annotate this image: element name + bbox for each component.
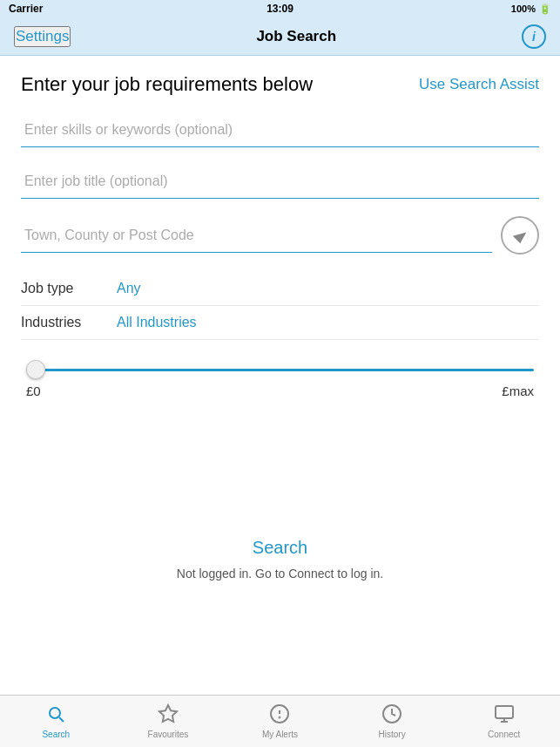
connect-tab-icon [494,703,515,728]
salary-min-label: £0 [26,384,41,398]
job-type-label: Job type [21,281,117,296]
slider-labels: £0 £max [26,384,534,398]
status-bar: Carrier 13:09 100% 🔋 [0,0,560,17]
page-heading: Enter your job requirements below [21,73,313,96]
svg-point-5 [280,717,280,718]
search-tab-icon [45,703,66,728]
history-tab-icon [381,703,402,728]
settings-button[interactable]: Settings [14,26,71,47]
favourites-tab-label: Favourites [148,730,189,739]
search-button[interactable]: Search [253,538,307,558]
svg-rect-7 [496,706,513,718]
job-type-value: Any [117,281,141,296]
history-tab-label: History [379,730,406,739]
battery-info: 100% 🔋 [511,3,551,15]
not-logged-text: Not logged in. Go to Connect to log in. [21,567,539,581]
location-input[interactable] [21,219,492,253]
svg-point-0 [50,708,60,718]
search-tab-label: Search [42,730,70,739]
nav-title: Job Search [256,28,336,45]
job-title-input[interactable] [21,165,539,199]
my-alerts-tab-label: My Alerts [262,730,298,739]
salary-slider-container: £0 £max [21,361,539,398]
industries-row[interactable]: Industries All Industries [21,306,539,340]
location-arrow-icon [513,227,529,243]
time-text: 13:09 [267,3,293,15]
tab-connect[interactable]: Connect [448,696,560,747]
job-type-row[interactable]: Job type Any [21,272,539,306]
page-header: Enter your job requirements below Use Se… [21,73,539,96]
skills-input[interactable] [21,113,539,147]
main-content: Enter your job requirements below Use Se… [0,56,560,581]
tab-bar: Search Favourites My Alerts History [0,695,560,747]
tab-favourites[interactable]: Favourites [112,696,225,747]
svg-marker-2 [159,705,177,722]
battery-text: 100% [511,3,536,14]
svg-line-1 [59,717,64,722]
tab-search[interactable]: Search [0,696,112,747]
my-alerts-tab-icon [269,703,290,728]
search-btn-container: Search [21,538,539,558]
industries-label: Industries [21,315,117,330]
battery-icon: 🔋 [539,3,551,15]
industries-value: All Industries [117,315,197,330]
location-button[interactable] [501,216,539,255]
slider-track [26,361,534,378]
tab-my-alerts[interactable]: My Alerts [224,696,336,747]
connect-tab-label: Connect [488,730,520,739]
salary-slider[interactable] [26,361,534,378]
carrier-text: Carrier [9,3,43,15]
location-row [21,216,539,255]
search-assist-button[interactable]: Use Search Assist [419,76,539,93]
salary-max-label: £max [502,384,534,398]
info-button[interactable]: i [522,24,546,49]
tab-history[interactable]: History [336,696,449,747]
favourites-tab-icon [158,703,179,728]
nav-bar: Settings Job Search i [0,17,560,56]
